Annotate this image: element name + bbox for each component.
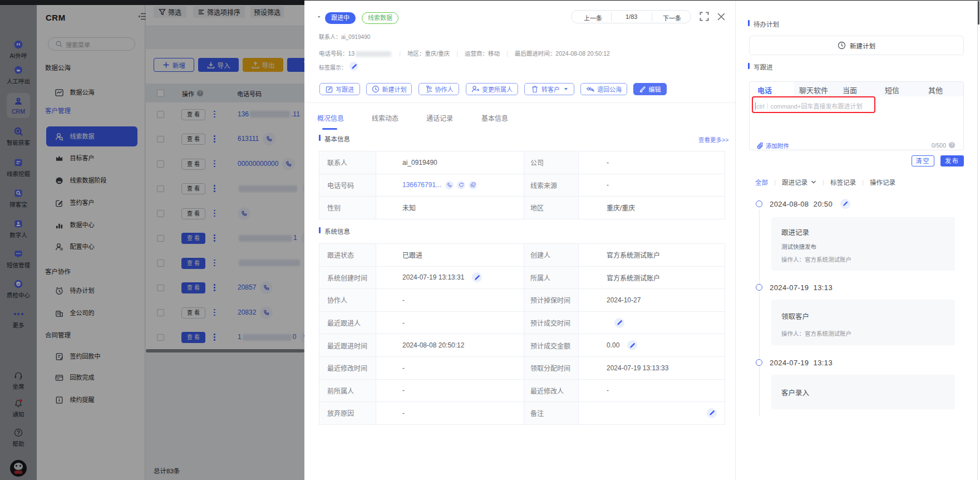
svg-text:?: ? [951, 142, 953, 148]
